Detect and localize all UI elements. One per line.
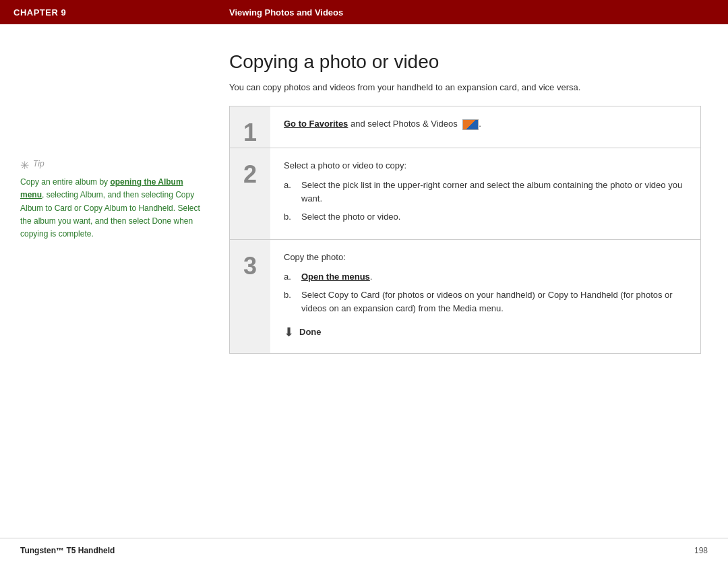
step-3: 3 Copy the photo: a. Open the menus. b. … — [230, 240, 700, 353]
tip-label: Tip — [33, 159, 44, 168]
tip-header: ✳ Tip — [20, 159, 202, 172]
chapter-title: Viewing Photos and Videos — [229, 7, 715, 18]
tip-copy-text: Copy an entire album by opening the Albu… — [20, 177, 200, 239]
step-1: 1 Go to Favorites and select Photos & Vi… — [230, 106, 700, 148]
intro-text: You can copy photos and videos from your… — [229, 82, 701, 92]
step-3b: b. Select Copy to Card (for photos or vi… — [284, 288, 687, 317]
step-3-content: Copy the photo: a. Open the menus. b. Se… — [270, 240, 700, 353]
step-2b-text: Select the photo or video. — [301, 210, 400, 224]
step-2a-label: a. — [284, 179, 297, 207]
step-2-content: Select a photo or video to copy: a. Sele… — [270, 148, 700, 239]
step-3a: a. Open the menus. — [284, 270, 687, 284]
step-3-number: 3 — [230, 240, 270, 353]
page-content: Copying a photo or video You can copy ph… — [216, 24, 728, 538]
main-content: ✳ Tip Copy an entire album by opening th… — [0, 24, 728, 538]
step-1-text: Go to Favorites and select Photos & Vide… — [284, 117, 687, 131]
step-2a-text: Select the pick list in the upper-right … — [301, 179, 687, 207]
step-3-substeps: a. Open the menus. b. Select Copy to Car… — [284, 270, 687, 316]
tip-text: Copy an entire album by opening the Albu… — [20, 176, 202, 241]
step-2a: a. Select the pick list in the upper-rig… — [284, 179, 687, 207]
step-3a-label: a. — [284, 270, 297, 284]
footer-brand: Tungsten™ T5 Handheld — [20, 546, 115, 555]
step-2: 2 Select a photo or video to copy: a. Se… — [230, 148, 700, 240]
page-header: CHAPTER 9 Viewing Photos and Videos — [0, 0, 728, 24]
step-2b-label: b. — [284, 210, 297, 224]
steps-container: 1 Go to Favorites and select Photos & Vi… — [229, 106, 701, 354]
photos-videos-icon — [462, 119, 479, 130]
done-arrow-icon: ⬇ — [284, 323, 294, 342]
step-1-content: Go to Favorites and select Photos & Vide… — [270, 106, 700, 148]
step-2b: b. Select the photo or video. — [284, 210, 687, 224]
done-row: ⬇ Done — [284, 323, 687, 342]
step-2-number: 2 — [230, 148, 270, 239]
page-footer: Tungsten™ T5 Handheld 198 — [0, 538, 728, 562]
tip-star-icon: ✳ — [20, 159, 29, 172]
chapter-label: CHAPTER 9 — [13, 7, 229, 18]
step-1-text-after: and select Photos & Videos — [351, 119, 460, 129]
tip-album-menu-link[interactable]: opening the Album menu — [20, 177, 183, 199]
step-2-substeps: a. Select the pick list in the upper-rig… — [284, 179, 687, 224]
step-3b-label: b. — [284, 288, 297, 317]
step-1-number: 1 — [230, 106, 270, 148]
page-title: Copying a photo or video — [229, 51, 701, 73]
footer-page-number: 198 — [694, 546, 708, 555]
go-to-favorites-link[interactable]: Go to Favorites — [284, 119, 348, 129]
sidebar: ✳ Tip Copy an entire album by opening th… — [0, 24, 216, 538]
step-3-main: Copy the photo: — [284, 251, 687, 265]
step-3b-text: Select Copy to Card (for photos or video… — [301, 288, 687, 317]
done-label: Done — [299, 325, 322, 340]
step-3a-text: Open the menus. — [301, 270, 372, 284]
step-2-main: Select a photo or video to copy: — [284, 159, 687, 173]
open-menus-link[interactable]: Open the menus — [301, 272, 370, 282]
